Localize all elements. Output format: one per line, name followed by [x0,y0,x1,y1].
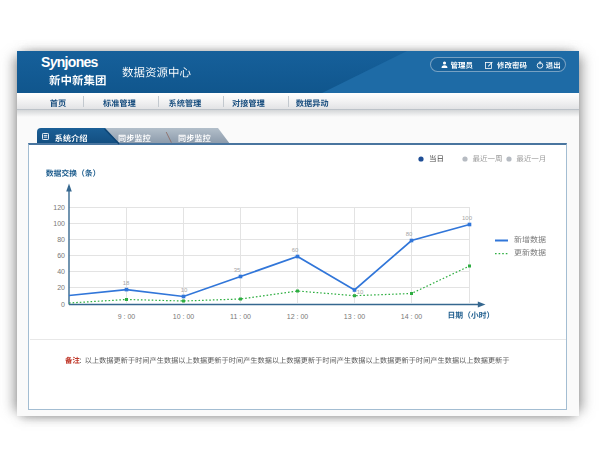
svg-text:12 : 00: 12 : 00 [287,313,309,320]
svg-text:10 : 00: 10 : 00 [173,313,195,320]
svg-text:13 : 00: 13 : 00 [344,313,366,320]
svg-text:60: 60 [292,247,299,253]
svg-text:10: 10 [357,289,364,295]
svg-text:18: 18 [123,280,130,286]
svg-text:100: 100 [53,220,65,227]
svg-text:80: 80 [406,231,413,237]
svg-text:14 : 00: 14 : 00 [401,313,423,320]
svg-text:20: 20 [57,284,65,291]
svg-text:80: 80 [57,236,65,243]
svg-text:11 : 00: 11 : 00 [230,313,251,320]
svg-text:9 : 00: 9 : 00 [118,313,136,320]
svg-text:10: 10 [181,287,188,293]
svg-text:0: 0 [61,301,65,308]
svg-text:35: 35 [234,267,241,273]
svg-text:60: 60 [57,252,65,259]
svg-text:120: 120 [53,204,65,211]
svg-text:40: 40 [57,268,65,275]
svg-text:100: 100 [462,215,473,221]
